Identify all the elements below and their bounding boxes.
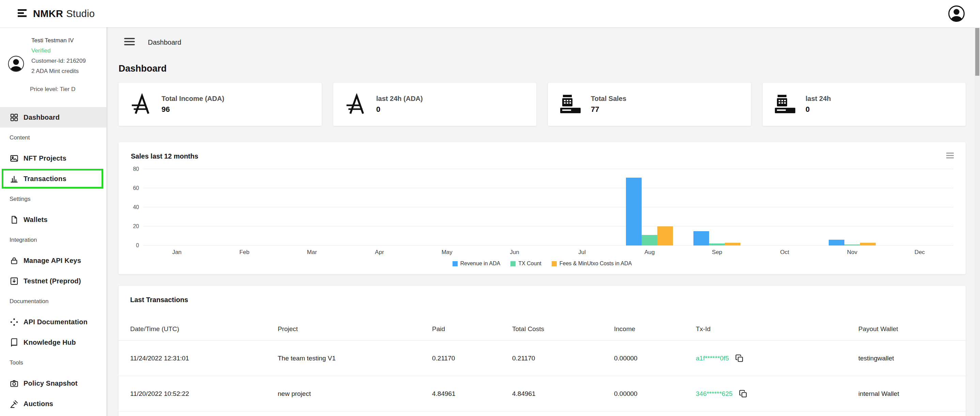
legend-label: TX Count [518,260,541,267]
ada-icon [344,93,368,115]
legend-swatch [552,261,557,266]
sidebar-item-auctions[interactable]: Auctions [0,394,106,414]
sidebar-item-manage-api-keys[interactable]: Manage API Keys [0,250,106,271]
cell-txid: a1f******0f5 [696,354,858,363]
sidebar-profile: Testi Testman IV Verified Customer-Id: 2… [0,27,106,107]
chart-legend: Revenue in ADATX CountFees & MinUtxo Cos… [131,260,953,267]
person-icon [948,5,965,22]
legend-item[interactable]: Fees & MinUtxo Costs in ADA [552,260,632,267]
sidebar-item-dashboard[interactable]: Dashboard [0,107,106,128]
chart-x-tick: Nov [818,249,886,256]
bar-chart-icon [10,174,19,183]
ada-icon [129,93,153,115]
sidebar-nav: Dashboard Content NFT Projects Transacti… [0,107,106,414]
chart-y-tick: 80 [133,166,139,172]
camera-icon [10,379,19,388]
cell-total-costs: 0.21170 [512,355,614,362]
sidebar-item-api-documentation[interactable]: API Documentation [0,312,106,332]
chart-bar-group [694,169,740,245]
copy-icon[interactable] [735,354,744,363]
cell-paid: 0.21170 [432,355,512,362]
cell-paid: 4.84961 [432,390,512,398]
sidebar-item-nft-projects[interactable]: NFT Projects [0,148,106,169]
chart-title: Sales last 12 months [131,152,953,160]
table-row: 11/20/2022 10:52:22 new project 4.84961 … [119,376,966,411]
stat-label: Total Income (ADA) [162,95,224,103]
dashboard-icon [10,113,19,122]
sidebar-section-content: Content [0,128,106,148]
chart-x-tick: Dec [886,249,953,256]
chart-x-tick: Jun [481,249,548,256]
stat-card-last24h-sales: last 24h 0 [763,83,966,126]
copy-icon[interactable] [739,389,748,398]
chart-x-tick: Apr [346,249,413,256]
profile-price-level: Price level: Tier D [30,86,75,93]
sidebar: Testi Testman IV Verified Customer-Id: 2… [0,27,108,416]
legend-item[interactable]: TX Count [511,260,541,267]
cash-register-icon [773,94,797,115]
txid-link[interactable]: 346******625 [696,390,733,398]
breadcrumb: Dashboard [119,35,966,50]
stat-value: 77 [591,105,626,114]
chart-bar [657,226,673,245]
legend-swatch [452,261,458,266]
lock-icon [10,256,19,265]
cash-register-icon [558,94,583,115]
column-header-project: Project [278,325,432,333]
chart-x-axis: JanFebMarAprMayJunJulAugSepOctNovDec [143,249,953,256]
chart-y-tick: 20 [133,223,139,230]
brand-suffix: Studio [66,8,95,19]
cell-datetime: 11/20/2022 10:52:22 [130,390,278,398]
chart-x-tick: May [413,249,481,256]
legend-label: Fees & MinUtxo Costs in ADA [560,260,632,267]
sidebar-item-transactions[interactable]: Transactions [0,169,106,189]
cell-income: 0.00000 [614,355,696,362]
main-content: Dashboard Dashboard Total Income (ADA) 9… [109,27,975,416]
nmkr-studio-logo[interactable]: NMKRStudio [18,8,95,19]
column-header-payout-wallet: Payout Wallet [858,325,954,333]
book-icon [10,338,19,347]
sidebar-toggle-icon[interactable] [124,37,135,48]
chart-bar [725,243,740,245]
stat-card-last24h-ada: last 24h (ADA) 0 [333,83,536,126]
profile-verified-badge: Verified [31,46,86,56]
stat-card-total-sales: Total Sales 77 [548,83,751,126]
page-title: Dashboard [119,64,966,74]
chart-y-tick: 0 [136,242,139,249]
txid-link[interactable]: a1f******0f5 [696,355,729,362]
cell-project: The team testing V1 [278,355,432,362]
sidebar-section-settings: Settings [0,189,106,209]
last-transactions-card: Last Transactions Date/Time (UTC) Projec… [119,286,966,416]
scrollbar-thumb[interactable] [975,28,979,76]
stat-card-total-income: Total Income (ADA) 96 [119,83,322,126]
sidebar-item-testnet-preprod[interactable]: Testnet (Preprod) [0,271,106,291]
table-title: Last Transactions [119,296,966,304]
page-scrollbar[interactable] [975,27,980,416]
cell-income: 0.00000 [614,390,696,398]
stats-row: Total Income (ADA) 96 last 24h (ADA) 0 [119,83,966,126]
sales-chart [143,169,953,245]
chart-bar [709,244,725,245]
legend-item[interactable]: Revenue in ADA [452,260,500,267]
chart-bar [626,178,642,245]
column-header-income: Income [614,325,696,333]
sidebar-item-policy-snapshot[interactable]: Policy Snapshot [0,373,106,394]
profile-name: Testi Testman IV [31,35,86,46]
chart-x-tick: Oct [751,249,818,256]
chart-bar [694,231,709,245]
chart-bar [845,244,860,245]
chart-x-tick: Jan [143,249,211,256]
sidebar-section-documentation: Documentation [0,291,106,312]
user-avatar[interactable] [948,5,965,22]
sidebar-item-knowledge-hub[interactable]: Knowledge Hub [0,332,106,352]
brand-name: NMKR [33,8,63,19]
cell-datetime: 11/24/2022 12:31:01 [130,355,278,362]
chart-menu-icon[interactable] [946,152,954,160]
profile-avatar[interactable] [8,55,24,72]
sidebar-item-wallets[interactable]: Wallets [0,209,106,230]
chart-x-tick: Mar [278,249,345,256]
table-row: 11/24/2022 12:31:01 The team testing V1 … [119,341,966,376]
document-icon [10,215,19,225]
column-header-paid: Paid [432,325,512,333]
legend-swatch [511,261,515,266]
